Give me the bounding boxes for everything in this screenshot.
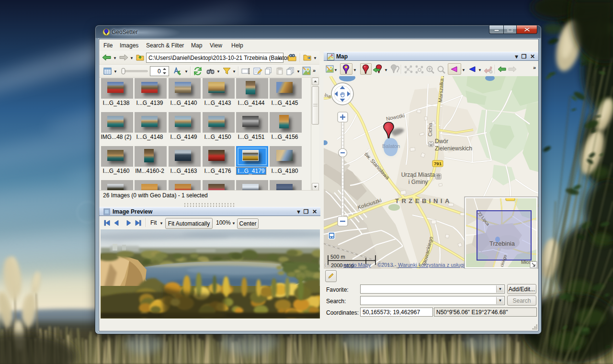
svg-text:ne do Mapy: ne do Mapy	[343, 262, 371, 268]
svg-text:Zieleniewskich: Zieleniewskich	[435, 145, 472, 152]
svg-text:i Gminy: i Gminy	[409, 179, 428, 185]
svg-text:Trzebinia: Trzebinia	[489, 240, 515, 247]
svg-text:500 m: 500 m	[330, 254, 345, 260]
svg-text:©2013 -: ©2013 -	[377, 262, 397, 268]
svg-text:Urząd Miasta: Urząd Miasta	[401, 171, 435, 178]
svg-text:Balaton: Balaton	[382, 143, 400, 149]
svg-text:Cicha: Cicha	[427, 123, 433, 136]
svg-text:TRZEBINIA: TRZEBINIA	[395, 197, 452, 205]
svg-text:Warunki korzystania z usługi: Warunki korzystania z usługi	[398, 262, 465, 268]
svg-text:791: 791	[434, 161, 442, 166]
svg-text:Dwór: Dwór	[435, 138, 448, 145]
